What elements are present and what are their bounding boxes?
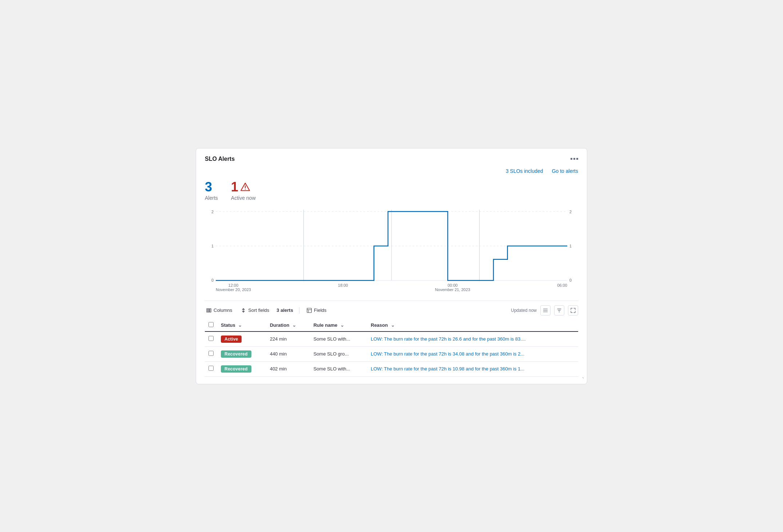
x-label-1800: 18:00 (338, 283, 348, 287)
reason-cell[interactable]: LOW: The burn rate for the past 72h is 2… (367, 331, 578, 347)
status-header[interactable]: Status ⌄ (217, 319, 266, 331)
status-cell: Recovered (217, 346, 266, 361)
table-controls: Columns Sort fields 3 alerts Fields Upda… (205, 301, 578, 319)
fields-button[interactable]: Fields (305, 307, 328, 314)
table-row: Recovered440 minSome SLO gro...LOW: The … (205, 346, 578, 361)
density-button[interactable] (540, 305, 551, 315)
svg-rect-9 (208, 309, 210, 312)
reason-header[interactable]: Reason ⌄ (367, 319, 578, 331)
duration-cell: 402 min (266, 361, 310, 376)
alerts-stat: 3 Alerts (205, 180, 218, 201)
y-label-0-left: 0 (211, 278, 215, 282)
y-label-2-right: 2 (568, 210, 572, 214)
table-row: Recovered402 minSome SLO with...LOW: The… (205, 361, 578, 376)
y-label-1-left: 1 (211, 244, 215, 248)
table-body: Active224 minSome SLO with...LOW: The bu… (205, 331, 578, 377)
divider (299, 307, 299, 314)
table-header-row: Status ⌄ Duration ⌄ Rule name ⌄ Reason ⌄ (205, 319, 578, 331)
select-all-cell[interactable] (205, 319, 217, 331)
y-axis-left: 2 1 0 (205, 210, 215, 282)
columns-button[interactable]: Columns (205, 307, 234, 314)
reason-link[interactable]: LOW: The burn rate for the past 72h is 2… (371, 336, 526, 342)
resize-handle[interactable]: ⌝ (582, 377, 584, 382)
y-label-2-left: 2 (211, 210, 215, 214)
svg-point-1 (245, 188, 246, 189)
stats-row: 3 Alerts 1 Active now (205, 180, 578, 201)
duration-cell: 440 min (266, 346, 310, 361)
active-now-stat: 1 Active now (231, 180, 256, 201)
top-links: 3 SLOs included Go to alerts (205, 168, 578, 174)
reason-cell[interactable]: LOW: The burn rate for the past 72h is 3… (367, 346, 578, 361)
updated-text: Updated now (511, 308, 537, 313)
menu-button[interactable] (571, 158, 578, 160)
y-label-1-right: 1 (568, 244, 572, 248)
x-label-1200: 12:00 November 20, 2023 (216, 283, 251, 292)
rule-name-cell: Some SLO gro... (310, 346, 367, 361)
filter-button[interactable] (554, 305, 564, 315)
status-sort-icon: ⌄ (238, 322, 242, 328)
x-label-0000: 00:00 November 21, 2023 (435, 283, 470, 292)
svg-rect-10 (210, 309, 211, 312)
active-now-row: 1 (231, 180, 256, 194)
table-row: Active224 minSome SLO with...LOW: The bu… (205, 331, 578, 347)
alerts-chart: 2 1 0 2 1 0 (205, 210, 578, 297)
density-icon (543, 308, 548, 313)
status-badge: Active (221, 336, 242, 343)
menu-dot (576, 158, 578, 160)
reason-link[interactable]: LOW: The burn rate for the past 72h is 3… (371, 351, 524, 357)
controls-right: Updated now (511, 305, 578, 315)
row-checkbox-cell[interactable] (205, 346, 217, 361)
filter-icon (557, 308, 562, 313)
duration-header[interactable]: Duration ⌄ (266, 319, 310, 331)
duration-cell: 224 min (266, 331, 310, 347)
chart-svg (216, 210, 567, 282)
fullscreen-button[interactable] (568, 305, 578, 315)
svg-rect-11 (307, 308, 311, 313)
row-checkbox[interactable] (208, 351, 214, 356)
menu-dot (571, 158, 572, 160)
rule-name-cell: Some SLO with... (310, 361, 367, 376)
rule-sort-icon: ⌄ (340, 322, 344, 328)
menu-dot (573, 158, 575, 160)
reason-sort-icon: ⌄ (391, 322, 395, 328)
select-all-checkbox[interactable] (208, 322, 214, 327)
fullscreen-icon (571, 308, 576, 313)
active-now-label: Active now (231, 195, 256, 201)
alerts-label: Alerts (205, 195, 218, 201)
x-axis: 12:00 November 20, 2023 18:00 00:00 Nove… (216, 283, 567, 297)
warning-icon (241, 182, 250, 192)
row-checkbox[interactable] (208, 336, 214, 341)
chart-plot-area (216, 210, 567, 282)
svg-rect-8 (207, 309, 208, 312)
sort-fields-button[interactable]: Sort fields (239, 307, 271, 314)
y-label-0-right: 0 (568, 278, 572, 282)
rule-name-cell: Some SLO with... (310, 331, 367, 347)
go-to-alerts-link[interactable]: Go to alerts (552, 168, 578, 174)
row-checkbox[interactable] (208, 366, 214, 371)
status-badge: Recovered (221, 365, 251, 373)
x-label-0600: 06:00 (557, 283, 567, 287)
slo-alerts-widget: SLO Alerts 3 SLOs included Go to alerts … (196, 148, 587, 384)
duration-sort-icon: ⌄ (292, 322, 296, 328)
widget-title: SLO Alerts (205, 156, 235, 162)
alerts-table: Status ⌄ Duration ⌄ Rule name ⌄ Reason ⌄ (205, 319, 578, 377)
reason-cell[interactable]: LOW: The burn rate for the past 72h is 1… (367, 361, 578, 376)
y-axis-right: 2 1 0 (568, 210, 578, 282)
reason-link[interactable]: LOW: The burn rate for the past 72h is 1… (371, 366, 524, 372)
alerts-count: 3 (205, 180, 218, 194)
active-now-count: 1 (231, 180, 238, 194)
slos-included-link[interactable]: 3 SLOs included (506, 168, 543, 174)
alerts-count-label: 3 alerts (277, 307, 293, 313)
fields-icon (307, 308, 312, 313)
widget-header: SLO Alerts (205, 156, 578, 162)
sort-icon (241, 308, 246, 313)
row-checkbox-cell[interactable] (205, 361, 217, 376)
status-cell: Active (217, 331, 266, 347)
rule-name-header[interactable]: Rule name ⌄ (310, 319, 367, 331)
columns-icon (206, 308, 211, 313)
status-cell: Recovered (217, 361, 266, 376)
status-badge: Recovered (221, 350, 251, 358)
row-checkbox-cell[interactable] (205, 331, 217, 347)
